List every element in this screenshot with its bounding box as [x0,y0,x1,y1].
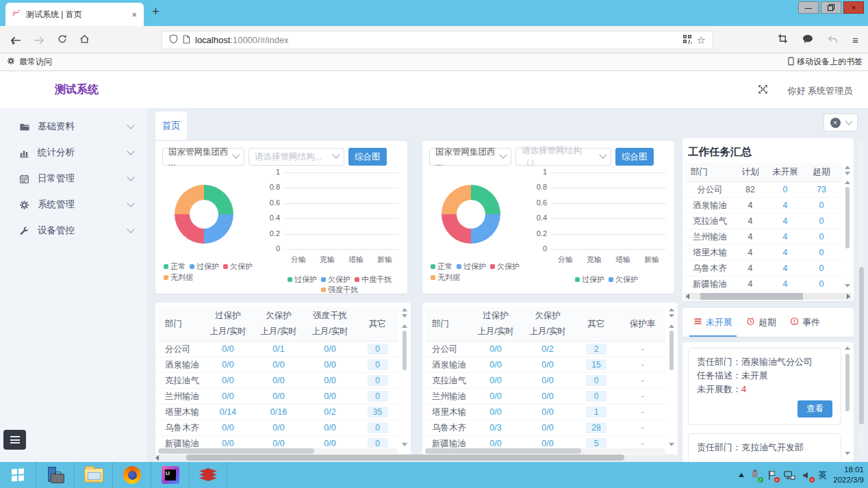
table-cell[interactable]: 0 [766,182,804,198]
structure-select[interactable]: 请选择管网结构（） [515,148,611,166]
close-button[interactable]: × [843,1,864,14]
table-cell[interactable]: 0/0 [202,373,254,389]
sidebar-item-4[interactable]: 系统管理 [0,192,147,218]
table-cell[interactable]: 0/0 [202,436,254,448]
table-cell[interactable]: 0/0 [522,357,573,373]
table-cell[interactable]: 4 [766,198,804,214]
table-cell[interactable]: 0 [839,198,843,214]
shield-icon[interactable] [169,34,178,47]
table-cell[interactable]: 1 [573,404,620,420]
legend-item[interactable]: 中度干扰 [355,274,392,285]
table-cell[interactable]: 0/0 [469,342,522,357]
legend-item[interactable]: 欠保护 [223,261,253,272]
table-cell[interactable]: 0/0 [202,357,254,373]
table-cell[interactable]: 5 [573,436,620,448]
composite-chart-button[interactable]: 综合图 [615,148,654,166]
sidebar-item-1[interactable]: 基础资料 [0,114,147,140]
composite-chart-button[interactable]: 综合图 [348,148,387,166]
table-cell[interactable]: 0/14 [202,404,254,420]
table-cell[interactable]: 0/2 [522,342,573,357]
sidebar-item-3[interactable]: 日常管理 [0,166,147,192]
table-cell[interactable]: 4 [766,261,804,277]
page-scrollbar[interactable] [858,140,865,456]
table-cell[interactable]: 0/0 [254,357,303,373]
table-cell[interactable]: 0 [839,182,843,198]
table-cell[interactable]: 0 [573,389,620,404]
collapse-menu-button[interactable] [3,430,26,450]
qr-code-icon[interactable] [682,34,692,47]
table-cell[interactable]: 0 [804,214,839,229]
table-cell[interactable]: 0/0 [303,436,357,448]
table-cell[interactable]: 0/0 [469,436,522,448]
table-cell[interactable]: 4 [766,214,804,229]
legend-item[interactable]: 无判据 [431,272,460,283]
table-cell[interactable]: 0/0 [522,389,573,404]
table-cell[interactable]: 0/0 [254,389,303,404]
table-cell[interactable]: 0/1 [254,342,303,357]
tab-controls[interactable]: × [824,114,858,131]
table-cell[interactable]: 0/2 [303,404,357,420]
scrollbar-horizontal[interactable] [425,448,665,454]
table-cell[interactable]: 0/0 [522,436,573,448]
taskbar-clock[interactable]: 18:01 2022/3/9 [833,465,864,485]
scrollbar-horizontal[interactable] [685,293,852,300]
scrollbar-vertical[interactable] [843,346,852,455]
scrollbar-horizontal-main[interactable] [154,454,678,461]
table-cell[interactable]: 0/0 [469,357,522,373]
table-cell[interactable]: 0/0 [522,420,573,436]
sidebar-item-2[interactable]: 统计分析 [0,140,147,166]
table-cell[interactable]: 73 [804,182,839,198]
page-info-icon[interactable] [183,34,190,47]
legend-item[interactable]: 欠保护 [490,261,520,272]
table-cell[interactable]: 0/0 [303,357,357,373]
org-select[interactable]: 国家管网集团西 ... [429,148,511,166]
fullscreen-icon[interactable] [758,84,768,97]
table-cell[interactable]: 0 [357,342,398,357]
task-tab-2[interactable]: 超期 [739,308,783,337]
table-cell[interactable]: 28 [573,420,620,436]
task-tab-1[interactable]: 未开展 [687,308,739,337]
table-cell[interactable]: 0/0 [202,389,254,404]
taskbar-redis[interactable] [189,462,227,488]
tab-home[interactable]: 首页 [155,112,187,140]
table-cell[interactable]: 4 [766,277,804,291]
restore-button[interactable] [821,1,841,14]
legend-item[interactable]: 过保护 [575,274,604,285]
bookmark-star-icon[interactable]: ☆ [697,34,706,47]
scrollbar-vertical[interactable] [400,308,409,446]
table-cell[interactable]: 0/0 [469,404,522,420]
legend-item[interactable]: 过保护 [457,261,486,272]
table-cell[interactable]: 0 [839,229,843,245]
address-bar[interactable]: localhost:10000/#/index ☆ [162,31,713,49]
user-greeting[interactable]: 你好 系统管理员 [787,85,852,97]
table-cell[interactable]: 0/16 [254,404,303,420]
taskbar-firefox[interactable] [112,462,151,488]
taskbar-server-manager[interactable] [36,462,74,488]
table-cell[interactable]: 0 [804,277,839,291]
table-cell[interactable]: 0 [839,245,843,261]
legend-item[interactable]: 过保护 [288,274,317,285]
close-tabs-icon[interactable]: × [830,118,841,128]
table-cell[interactable]: 0 [839,214,843,229]
table-cell[interactable]: 0/0 [303,389,357,404]
table-cell[interactable]: 0/0 [254,420,303,436]
mobile-bookmarks[interactable]: 移动设备上的书签 [788,56,863,68]
taskbar-file-explorer[interactable] [74,462,112,488]
chat-bubble-icon[interactable] [802,34,813,47]
table-cell[interactable]: 4 [766,245,804,261]
table-cell[interactable]: 0/0 [522,404,573,420]
legend-item[interactable]: 欠保护 [321,274,350,285]
language-indicator[interactable]: 英 [819,470,828,481]
table-cell[interactable]: 2 [573,342,620,357]
scrollbar-vertical[interactable] [843,166,852,287]
legend-item[interactable]: 欠保护 [609,274,638,285]
usb-device-icon[interactable]: ✓ [750,470,761,480]
undo-icon[interactable] [828,34,838,47]
legend-item[interactable]: 正常 [431,261,452,272]
table-cell[interactable]: 0/0 [303,342,357,357]
table-cell[interactable]: 0 [839,277,843,291]
forward-icon[interactable] [34,35,44,47]
home-icon[interactable] [79,34,90,47]
legend-item[interactable]: 正常 [164,261,186,272]
menu-icon[interactable]: ≡ [852,34,858,46]
